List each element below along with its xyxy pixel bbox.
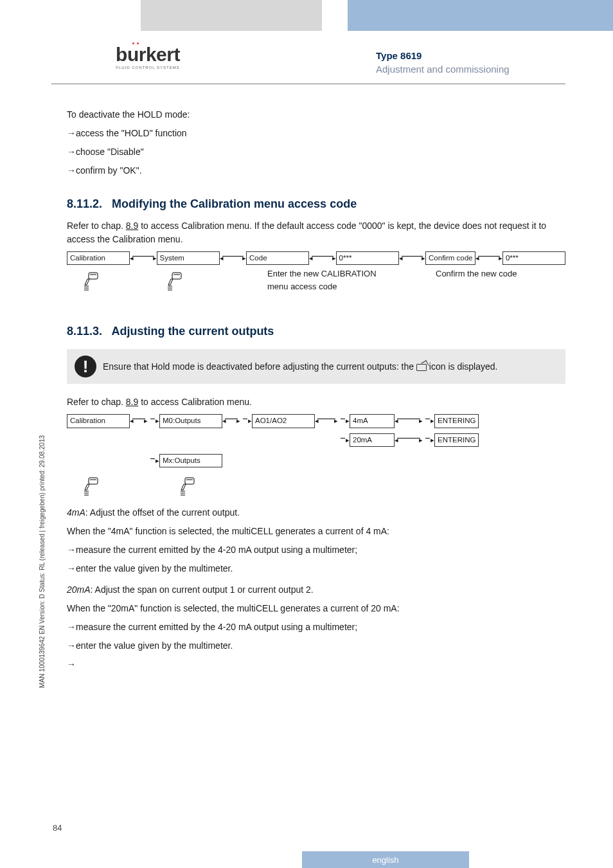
warning-icon: ! xyxy=(75,356,96,377)
trailing-arrow: → xyxy=(67,658,565,671)
note-box: ! Ensure that Hold mode is deactivated b… xyxy=(67,349,565,384)
flow-arrow-right: ▸ xyxy=(423,414,434,424)
flow-caption-confirm: Confirm the new code xyxy=(436,267,532,280)
deactivate-intro: To deactivate the HOLD mode: xyxy=(67,108,565,122)
flow-node-calibration: Calibration xyxy=(67,251,130,265)
flow2-node-entering-a: ENTERING xyxy=(434,414,479,428)
flow-node-0b: 0*** xyxy=(502,251,565,265)
p-20ma-desc: 20mA: Adjust the span on current output … xyxy=(67,583,565,597)
flow-caption-enter: Enter the new CALIBRATION menu access co… xyxy=(267,267,383,293)
step-3-text: confirm by "OK". xyxy=(76,165,142,176)
flow-arrow-bi: ◂▸ xyxy=(399,251,426,262)
screw-icon xyxy=(175,473,200,500)
step-1: →access the "HOLD" function xyxy=(67,127,565,140)
flow2-node-4ma: 4mA xyxy=(350,414,395,428)
header-rule xyxy=(51,84,565,84)
svg-rect-10 xyxy=(89,478,98,484)
flow-arrow-right: ▸ xyxy=(423,433,434,444)
p-enter-1: →enter the value given by the multimeter… xyxy=(67,562,565,575)
sec1-lead: Refer to chap. 8.9 to access Calibration… xyxy=(67,219,565,246)
flow-node-0a: 0*** xyxy=(336,251,399,265)
p-measure-1-text: measure the current emitted by the 4-20 … xyxy=(76,545,357,555)
svg-rect-15 xyxy=(185,478,194,484)
flow-arrow-right: ▸ xyxy=(338,414,350,424)
sec2-lead: Refer to chap. 8.9 to access Calibration… xyxy=(67,395,565,409)
header-color-bars xyxy=(0,0,613,31)
svg-rect-0 xyxy=(89,273,98,279)
flow-arrow-bi: ◂▸ xyxy=(130,251,157,262)
flow2-node-m0: M0:Outputs xyxy=(159,414,222,428)
flow-arrow-bi: ◂▸ xyxy=(220,251,247,262)
logo-subtitle: FLUID CONTROL SYSTEMS xyxy=(109,66,186,69)
flow2-node-calibration: Calibration xyxy=(67,414,130,428)
p-measure-2-text: measure the current emitted by the 4-20 … xyxy=(76,622,357,632)
sec2-lead-a: Refer to chap. xyxy=(67,397,126,407)
p-enter-2: →enter the value given by the multimeter… xyxy=(67,639,565,653)
section-8-11-2-num: 8.11.2. xyxy=(67,197,102,210)
flow-arrow-bi: ◂▸ xyxy=(395,414,423,424)
footer-language-tab: english xyxy=(302,851,469,868)
p-4ma-desc: 4mA: Adjust the offset of the current ou… xyxy=(67,506,565,520)
svg-rect-5 xyxy=(172,273,181,279)
p-4ma-em: 4mA xyxy=(67,507,85,518)
flow-arrow-bi: ◂▸ xyxy=(130,414,148,424)
flow-arrow-right: ▸ xyxy=(148,414,159,424)
flow2-node-20ma: 20mA xyxy=(350,433,395,447)
section-8-11-3-num: 8.11.3. xyxy=(67,325,102,338)
sec1-lead-link: 8.9 xyxy=(126,221,138,231)
step-1-text: access the "HOLD" function xyxy=(76,128,187,138)
flow-arrow-right: ▸ xyxy=(148,454,159,464)
note-text-a: Ensure that Hold mode is deactivated bef… xyxy=(103,361,416,372)
section-8-11-3-title: Adjusting the current outputs xyxy=(111,325,274,338)
screw-icon xyxy=(78,267,104,294)
section-8-11-2-title: Modifying the Calibration menu access co… xyxy=(112,197,357,210)
p-measure-1: →measure the current emitted by the 4-20… xyxy=(67,543,565,557)
flow-arrow-bi: ◂▸ xyxy=(315,414,338,424)
p-20ma-em: 20mA xyxy=(67,584,91,595)
flow2-node-ao: AO1/AO2 xyxy=(252,414,315,428)
sec1-lead-a: Refer to chap. xyxy=(67,221,126,231)
hold-probe-icon xyxy=(416,364,427,371)
sec2-lead-link: 8.9 xyxy=(126,397,138,407)
page-number: 84 xyxy=(53,823,62,833)
p-enter-2-text: enter the value given by the multimeter. xyxy=(76,640,233,651)
flow-arrow-bi: ◂▸ xyxy=(222,414,240,424)
section-8-11-3-heading: 8.11.3. Adjusting the current outputs xyxy=(67,323,565,340)
step-2: →choose "Disable" xyxy=(67,145,565,159)
flow-arrow-bi: ◂▸ xyxy=(395,433,423,444)
flow-node-system: System xyxy=(157,251,220,265)
p-enter-1-text: enter the value given by the multimeter. xyxy=(76,563,233,574)
flow2-node-entering-b: ENTERING xyxy=(434,433,479,447)
flow-arrow-bi: ◂▸ xyxy=(475,251,502,262)
flow-node-confirm: Confirm code xyxy=(425,251,475,265)
section-8-11-2-heading: 8.11.2. Modifying the Calibration menu a… xyxy=(67,195,565,213)
screw-icon xyxy=(162,267,188,294)
screw-icon xyxy=(78,473,104,500)
note-text: Ensure that Hold mode is deactivated bef… xyxy=(103,360,497,374)
sec2-flow: Calibration ◂▸ ▸ M0:Outputs ▸ Mx:Outputs… xyxy=(67,414,565,500)
flow-arrow-right: ▸ xyxy=(240,414,252,424)
doc-type-label: Type 8619 xyxy=(376,50,510,61)
step-3: →confirm by "OK". xyxy=(67,164,565,177)
step-2-text: choose "Disable" xyxy=(76,147,144,157)
flow-node-code: Code xyxy=(246,251,309,265)
p-20ma-gen: When the "20mA" function is selected, th… xyxy=(67,602,565,615)
side-meta-text: MAN 1000139642 EN Version: D Status: RL … xyxy=(39,435,46,688)
sec1-lead-b: to access Calibration menu. If the defau… xyxy=(67,221,546,244)
flow2-node-mx: Mx:Outputs xyxy=(159,454,222,467)
p-4ma-gen: When the "4mA" function is selected, the… xyxy=(67,525,565,538)
note-text-b: icon is displayed. xyxy=(429,361,498,372)
doc-subtitle: Adjustment and commissioning xyxy=(376,64,510,75)
flow-arrow-right: ▸ xyxy=(338,433,350,444)
p-measure-2: →measure the current emitted by the 4-20… xyxy=(67,620,565,634)
flow-arrow-bi: ◂▸ xyxy=(309,251,336,262)
logo: burkert FLUID CONTROL SYSTEMS xyxy=(109,45,186,69)
sec1-flow: Calibration ◂▸ System ◂▸ Code ◂▸ 0*** ◂▸… xyxy=(67,251,565,294)
sec2-lead-b: to access Calibration menu. xyxy=(138,397,252,407)
